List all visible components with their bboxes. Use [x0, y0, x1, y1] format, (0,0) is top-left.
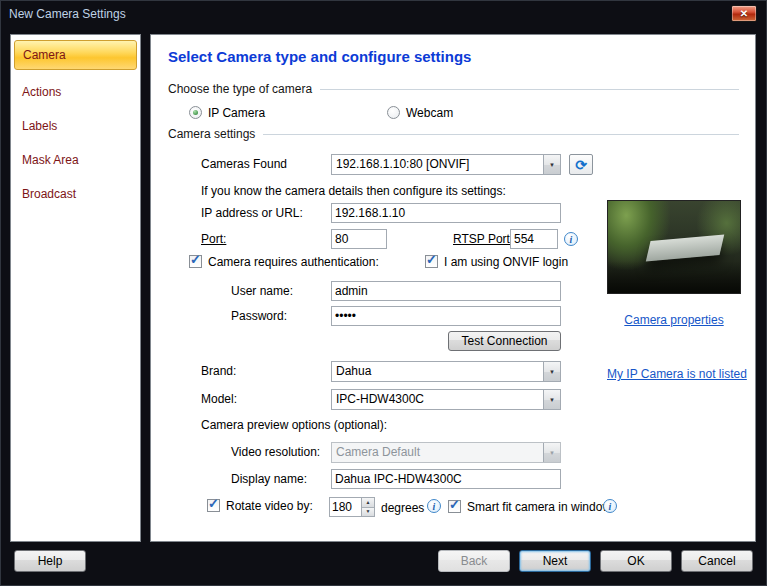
- test-connection-button[interactable]: Test Connection: [448, 331, 561, 351]
- sidebar-item-labels[interactable]: Labels: [14, 112, 137, 140]
- onvif-checkbox-label: I am using ONVIF login: [444, 255, 568, 269]
- page-title: Select Camera type and configure setting…: [168, 48, 471, 65]
- brand-label: Brand:: [201, 364, 236, 378]
- smart-fit-checkbox[interactable]: ✓ Smart fit camera in window: [448, 499, 611, 514]
- rtsp-port-input[interactable]: [510, 229, 558, 249]
- content-panel: Select Camera type and configure setting…: [150, 34, 756, 542]
- brand-value: Dahua: [332, 362, 543, 381]
- sidebar-item-mask-area[interactable]: Mask Area: [14, 146, 137, 174]
- cameras-found-dropdown[interactable]: 192.168.1.10:80 [ONVIF] ▼: [331, 154, 561, 175]
- titlebar[interactable]: New Camera Settings ✕: [0, 0, 767, 28]
- sidebar-item-actions[interactable]: Actions: [14, 78, 137, 106]
- chevron-down-icon: ▼: [549, 369, 555, 375]
- spinner-up-button[interactable]: ▲: [362, 498, 374, 508]
- auth-checkbox[interactable]: ✓ Camera requires authentication:: [189, 254, 379, 269]
- checkbox-box: ✓: [425, 255, 438, 268]
- cameras-found-label: Cameras Found: [201, 157, 287, 171]
- help-button[interactable]: Help: [14, 550, 86, 572]
- ip-address-label: IP address or URL:: [201, 206, 303, 220]
- spinner-buttons: ▲ ▼: [361, 498, 374, 516]
- password-input[interactable]: [331, 306, 561, 326]
- close-button[interactable]: ✕: [731, 5, 757, 22]
- refresh-icon: ⟳: [575, 158, 587, 172]
- checkmark-icon: ✓: [449, 497, 460, 512]
- checkbox-box: ✓: [189, 255, 202, 268]
- sidebar-item-broadcast[interactable]: Broadcast: [14, 180, 137, 208]
- sidebar: Camera Actions Labels Mask Area Broadcas…: [10, 34, 141, 542]
- radio-circle: [189, 106, 202, 119]
- camera-details-hint: If you know the camera details then conf…: [201, 184, 506, 198]
- checkmark-icon: ✓: [208, 496, 219, 511]
- rtsp-port-info-icon[interactable]: i: [564, 232, 578, 246]
- username-label: User name:: [231, 284, 293, 298]
- group-divider: [263, 134, 739, 135]
- checkmark-icon: ✓: [426, 252, 437, 267]
- dropdown-arrow: ▼: [543, 390, 560, 409]
- degrees-label: degrees: [381, 501, 424, 515]
- rotate-degrees-input[interactable]: [330, 498, 361, 516]
- checkbox-box: ✓: [448, 500, 461, 513]
- checkbox-box: ✓: [207, 499, 220, 512]
- rotate-info-icon[interactable]: i: [427, 499, 441, 513]
- close-icon: ✕: [740, 9, 748, 19]
- chevron-up-icon: ▲: [366, 500, 371, 505]
- radio-webcam[interactable]: Webcam: [387, 105, 453, 120]
- next-button[interactable]: Next: [519, 550, 591, 572]
- rotate-degrees-spinner: ▲ ▼: [329, 497, 375, 517]
- chevron-down-icon: ▼: [549, 162, 555, 168]
- back-button: Back: [438, 550, 510, 572]
- password-label: Password:: [231, 309, 287, 323]
- window-title: New Camera Settings: [9, 7, 126, 21]
- camera-type-group-label: Choose the type of camera: [168, 82, 312, 96]
- preview-options-heading: Camera preview options (optional):: [201, 418, 387, 432]
- camera-settings-group-label: Camera settings: [168, 127, 255, 141]
- dropdown-arrow: ▼: [543, 443, 560, 462]
- display-name-input[interactable]: [331, 469, 561, 489]
- ok-button[interactable]: OK: [600, 550, 672, 572]
- sidebar-item-camera[interactable]: Camera: [14, 40, 137, 70]
- port-input[interactable]: [331, 229, 387, 249]
- dropdown-arrow: ▼: [543, 362, 560, 381]
- dialog-window: New Camera Settings ✕ Camera Actions Lab…: [0, 0, 767, 586]
- cancel-button[interactable]: Cancel: [681, 550, 753, 572]
- brand-dropdown[interactable]: Dahua ▼: [331, 361, 561, 382]
- chevron-down-icon: ▼: [366, 509, 371, 514]
- port-label: Port:: [201, 232, 226, 246]
- cameras-found-value: 192.168.1.10:80 [ONVIF]: [332, 155, 543, 174]
- rotate-video-label: Rotate video by:: [226, 499, 313, 513]
- rotate-video-checkbox[interactable]: ✓ Rotate video by:: [207, 498, 313, 513]
- refresh-cameras-button[interactable]: ⟳: [569, 154, 593, 175]
- group-divider: [320, 89, 739, 90]
- chevron-down-icon: ▼: [549, 450, 555, 456]
- checkmark-icon: ✓: [190, 252, 201, 267]
- smart-fit-label: Smart fit camera in window: [467, 500, 611, 514]
- rtsp-port-label: RTSP Port:: [453, 232, 513, 246]
- video-resolution-label: Video resolution:: [231, 445, 320, 459]
- camera-settings-group-heading: Camera settings: [168, 127, 739, 141]
- model-dropdown[interactable]: IPC-HDW4300C ▼: [331, 389, 561, 410]
- video-resolution-value: Camera Default: [332, 443, 543, 462]
- ip-address-input[interactable]: [331, 203, 561, 223]
- radio-ip-camera-label: IP Camera: [208, 106, 265, 120]
- radio-webcam-label: Webcam: [406, 106, 453, 120]
- username-input[interactable]: [331, 281, 561, 301]
- dropdown-arrow: ▼: [543, 155, 560, 174]
- preview-floor-shadow: [608, 261, 740, 293]
- camera-not-listed-link[interactable]: My IP Camera is not listed: [607, 367, 747, 381]
- chevron-down-icon: ▼: [549, 397, 555, 403]
- model-label: Model:: [201, 392, 237, 406]
- radio-ip-camera[interactable]: IP Camera: [189, 105, 265, 120]
- auth-checkbox-label: Camera requires authentication:: [208, 255, 379, 269]
- display-name-label: Display name:: [231, 472, 307, 486]
- onvif-login-checkbox[interactable]: ✓ I am using ONVIF login: [425, 254, 568, 269]
- camera-type-group-heading: Choose the type of camera: [168, 82, 739, 96]
- smart-fit-info-icon[interactable]: i: [603, 499, 617, 513]
- spinner-down-button[interactable]: ▼: [362, 508, 374, 517]
- radio-selected-dot: [193, 110, 198, 115]
- video-resolution-dropdown: Camera Default ▼: [331, 442, 561, 463]
- model-value: IPC-HDW4300C: [332, 390, 543, 409]
- radio-circle: [387, 106, 400, 119]
- camera-properties-link[interactable]: Camera properties: [607, 313, 741, 327]
- camera-preview-image: [607, 200, 741, 294]
